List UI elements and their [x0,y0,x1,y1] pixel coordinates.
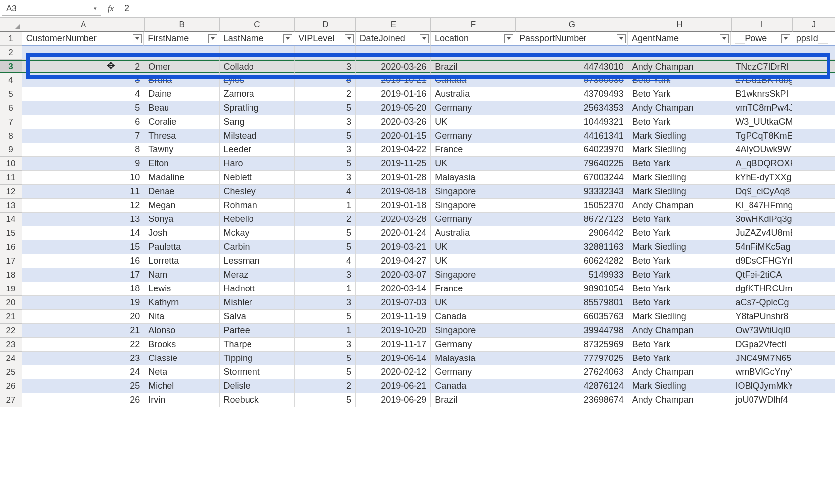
cell[interactable]: Tipping [220,352,295,365]
cell[interactable]: 54nFiMKc5ag [731,240,792,254]
row-header-9[interactable]: 9 [0,143,22,157]
cell[interactable]: 23698674 [515,393,628,407]
cell[interactable]: 2019-10-21 [356,73,431,87]
cell[interactable] [792,379,835,393]
cell[interactable]: 5 [295,157,356,171]
cell[interactable]: Neblett [220,171,295,185]
cell[interactable]: 1 [295,282,356,296]
row-header-1[interactable]: 1 [0,32,22,46]
filter-icon[interactable] [133,34,142,43]
row-header-27[interactable]: 27 [0,393,22,407]
cell[interactable]: Chesley [220,185,295,199]
cell[interactable]: Nita [144,310,219,324]
cell[interactable]: Andy Champan [628,60,732,73]
cell[interactable]: 2019-04-27 [356,254,431,268]
cell[interactable]: 18 [22,282,144,296]
cell[interactable]: Michel [144,379,219,393]
cell[interactable]: TNqzC7IDrRI [731,60,792,73]
cell[interactable]: Brazil [431,60,515,73]
cell[interactable]: 5 [295,226,356,240]
row-header-19[interactable]: 19 [0,282,22,296]
cell[interactable]: 9 [22,157,144,171]
cell[interactable]: Beto Yark [628,157,732,171]
cell[interactable]: 2019-07-03 [356,296,431,310]
cell[interactable]: 23 [22,352,144,365]
cell[interactable]: Lyles [220,73,295,87]
cell[interactable]: 44161341 [515,129,628,143]
row-header-7[interactable]: 7 [0,115,22,129]
cell[interactable]: 12 [22,199,144,213]
cell[interactable]: 4 [22,87,144,101]
cell[interactable]: UK [431,254,515,268]
cell[interactable]: B1wknrsSkPI [731,87,792,101]
cell[interactable]: 2019-01-16 [356,87,431,101]
cell[interactable]: 93332343 [515,185,628,199]
row-header-4[interactable]: 4 [0,73,22,87]
row-header-16[interactable]: 16 [0,240,22,254]
cell[interactable]: Beau [144,101,219,115]
cell[interactable]: 5 [22,101,144,115]
cell[interactable]: Collado [220,60,295,73]
cell[interactable]: Irvin [144,393,219,407]
filter-icon[interactable] [283,34,292,43]
cell[interactable]: 5 [295,129,356,143]
cell[interactable]: 2019-11-17 [356,338,431,352]
hdr-datejoined[interactable]: DateJoined [356,32,431,46]
cell[interactable]: Denae [144,185,219,199]
cell[interactable]: W3_UUtkaGMM [731,115,792,129]
cell[interactable]: 5 [295,393,356,407]
cell[interactable]: joU07WDlhf4 [731,393,792,407]
cell[interactable]: IOBlQJymMkY [731,379,792,393]
cell[interactable]: Malayasia [431,352,515,365]
filter-icon[interactable] [208,34,217,43]
cell[interactable] [792,129,835,143]
cell[interactable]: Germany [431,338,515,352]
cell[interactable]: Tharpe [220,338,295,352]
cell[interactable]: 5 [295,73,356,87]
row-header-14[interactable]: 14 [0,213,22,226]
filter-icon[interactable] [345,34,354,43]
hdr-powerappsid-left[interactable]: __Powe [731,32,792,46]
col-header-C[interactable]: C [220,18,295,32]
row-header-23[interactable]: 23 [0,338,22,352]
cell[interactable] [792,87,835,101]
cell[interactable]: Beto Yark [628,296,732,310]
cell[interactable]: 27624063 [515,365,628,379]
cell[interactable] [792,226,835,240]
cell[interactable]: Neta [144,365,219,379]
hdr-agentname[interactable]: AgentName [628,32,731,46]
cell[interactable]: Spratling [220,101,295,115]
cell[interactable]: 42876124 [515,379,628,393]
cell[interactable]: Rohman [220,199,295,213]
cell[interactable]: Omer [144,60,219,73]
cell[interactable]: Canada [431,310,515,324]
cell[interactable]: 17 [22,268,144,282]
name-box[interactable]: A3 ▾ [2,2,101,16]
hdr-passportnumber[interactable]: PassportNumber [515,32,628,46]
cell[interactable]: Y8taPUnshr8 [731,310,792,324]
cell[interactable]: 2020-01-15 [356,129,431,143]
cell[interactable]: Singapore [431,268,515,282]
cell[interactable] [792,240,835,254]
cell[interactable] [792,143,835,157]
cell[interactable]: 26 [22,393,144,407]
col-header-H[interactable]: H [628,18,732,32]
cell[interactable] [792,393,835,407]
col-header-F[interactable]: F [431,18,515,32]
cell[interactable]: Ow73WtiUqI0 [731,324,792,338]
cell[interactable]: Delisle [220,379,295,393]
cell[interactable]: 24 [22,365,144,379]
cell[interactable] [792,254,835,268]
cell[interactable] [792,268,835,282]
row-header-18[interactable]: 18 [0,268,22,282]
row-header-3[interactable]: 3 [0,60,22,73]
cell[interactable]: Mark Siedling [628,143,732,157]
row-header-25[interactable]: 25 [0,365,22,379]
cell[interactable]: 2019-10-20 [356,324,431,338]
cell[interactable]: 67003244 [515,171,628,185]
cell[interactable] [792,365,835,379]
col-header-J[interactable]: J [793,18,835,32]
cell[interactable]: Beto Yark [628,282,732,296]
cell[interactable]: Australia [431,226,515,240]
cell[interactable]: 3 [295,143,356,157]
